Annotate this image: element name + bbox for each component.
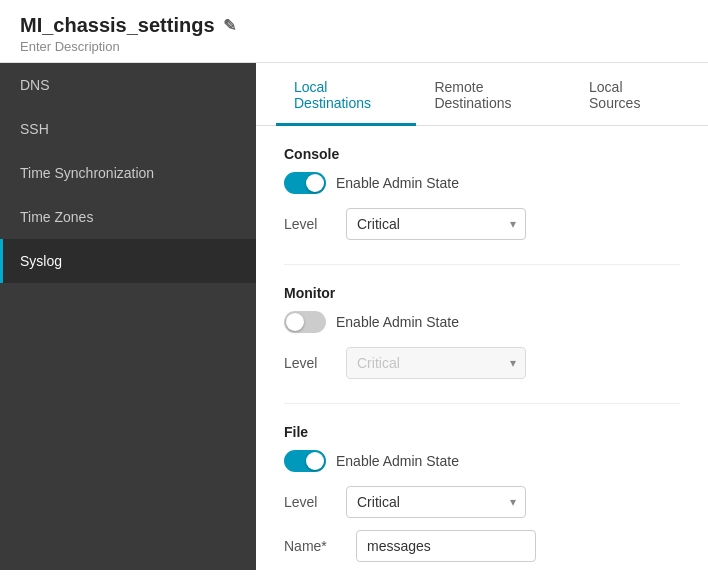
sidebar-item-label: Time Synchronization <box>20 165 154 181</box>
header: MI_chassis_settings ✎ Enter Description <box>0 0 708 63</box>
console-section: Console Enable Admin State Level Critica… <box>284 146 680 240</box>
tab-remote-destinations[interactable]: Remote Destinations <box>416 63 571 126</box>
console-toggle-label: Enable Admin State <box>336 175 459 191</box>
sidebar-item-label: DNS <box>20 77 50 93</box>
monitor-level-row: Level Critical Error Warning Notice Info… <box>284 347 680 379</box>
sidebar-item-syslog[interactable]: Syslog <box>0 239 256 283</box>
console-section-title: Console <box>284 146 680 162</box>
edit-icon[interactable]: ✎ <box>223 16 236 35</box>
monitor-level-select[interactable]: Critical Error Warning Notice Info Debug <box>346 347 526 379</box>
file-toggle[interactable] <box>284 450 326 472</box>
file-level-label: Level <box>284 494 334 510</box>
monitor-level-label: Level <box>284 355 334 371</box>
divider-1 <box>284 264 680 265</box>
console-toggle[interactable] <box>284 172 326 194</box>
main-layout: DNS SSH Time Synchronization Time Zones … <box>0 63 708 570</box>
console-toggle-slider <box>284 172 326 194</box>
title-text: MI_chassis_settings <box>20 14 215 37</box>
file-section: File Enable Admin State Level Critical E… <box>284 424 680 570</box>
file-name-label: Name* <box>284 538 344 554</box>
tab-local-sources[interactable]: Local Sources <box>571 63 688 126</box>
monitor-level-select-wrapper: Critical Error Warning Notice Info Debug… <box>346 347 526 379</box>
file-toggle-slider <box>284 450 326 472</box>
file-section-title: File <box>284 424 680 440</box>
page-subtitle: Enter Description <box>20 39 688 54</box>
sidebar-item-label: SSH <box>20 121 49 137</box>
monitor-toggle-slider <box>284 311 326 333</box>
file-name-input[interactable] <box>356 530 536 562</box>
tab-content: Console Enable Admin State Level Critica… <box>256 126 708 570</box>
divider-2 <box>284 403 680 404</box>
monitor-toggle-row: Enable Admin State <box>284 311 680 333</box>
file-toggle-label: Enable Admin State <box>336 453 459 469</box>
tab-bar: Local Destinations Remote Destinations L… <box>256 63 708 126</box>
file-level-select[interactable]: Critical Error Warning Notice Info Debug <box>346 486 526 518</box>
file-toggle-row: Enable Admin State <box>284 450 680 472</box>
file-name-row: Name* <box>284 530 680 562</box>
console-toggle-row: Enable Admin State <box>284 172 680 194</box>
console-level-label: Level <box>284 216 334 232</box>
sidebar-item-dns[interactable]: DNS <box>0 63 256 107</box>
monitor-section: Monitor Enable Admin State Level Critica… <box>284 285 680 379</box>
monitor-toggle-label: Enable Admin State <box>336 314 459 330</box>
tab-local-destinations[interactable]: Local Destinations <box>276 63 416 126</box>
page-title: MI_chassis_settings ✎ <box>20 14 688 37</box>
main-content: Local Destinations Remote Destinations L… <box>256 63 708 570</box>
file-level-row: Level Critical Error Warning Notice Info… <box>284 486 680 518</box>
sidebar: DNS SSH Time Synchronization Time Zones … <box>0 63 256 570</box>
console-level-select[interactable]: Critical Error Warning Notice Info Debug <box>346 208 526 240</box>
console-level-row: Level Critical Error Warning Notice Info… <box>284 208 680 240</box>
sidebar-item-time-zones[interactable]: Time Zones <box>0 195 256 239</box>
console-level-select-wrapper: Critical Error Warning Notice Info Debug… <box>346 208 526 240</box>
sidebar-item-label: Time Zones <box>20 209 93 225</box>
monitor-toggle[interactable] <box>284 311 326 333</box>
file-level-select-wrapper: Critical Error Warning Notice Info Debug… <box>346 486 526 518</box>
monitor-section-title: Monitor <box>284 285 680 301</box>
sidebar-item-time-sync[interactable]: Time Synchronization <box>0 151 256 195</box>
sidebar-item-ssh[interactable]: SSH <box>0 107 256 151</box>
sidebar-item-label: Syslog <box>20 253 62 269</box>
